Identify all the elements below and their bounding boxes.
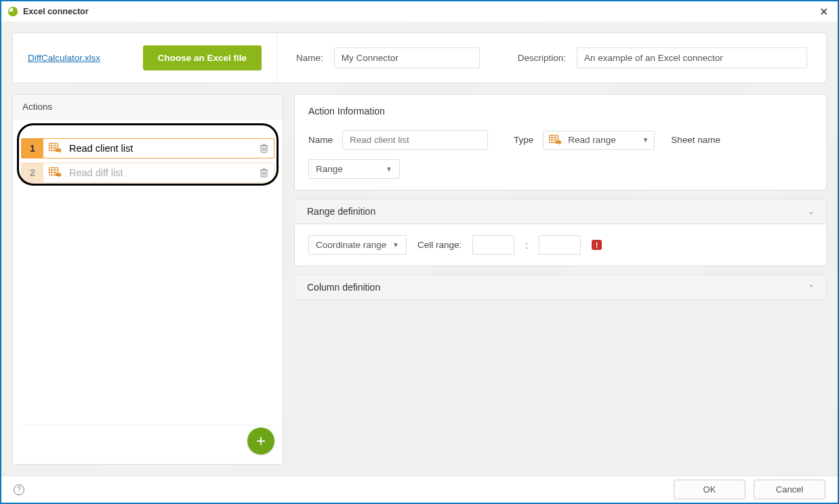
range-definition-title: Range definition (307, 206, 375, 217)
ok-button[interactable]: OK (674, 480, 745, 499)
action-label: Read diff list (69, 167, 123, 178)
action-type-value: Read range (568, 135, 616, 145)
action-info-card: Action Information Name Type Read range … (294, 94, 827, 190)
cell-range-end-input[interactable] (539, 235, 581, 255)
chevron-up-icon: ⌃ (809, 284, 814, 291)
read-range-icon (49, 167, 62, 178)
range-separator: : (525, 240, 528, 251)
cell-range-start-input[interactable] (472, 235, 514, 255)
coordinate-range-value: Coordinate range (316, 240, 386, 250)
actions-panel: Actions 1 Read client list 2 (12, 94, 283, 465)
sheet-name-label: Sheet name (671, 135, 720, 145)
chevron-down-icon: ▼ (392, 241, 399, 249)
action-name-label: Name (308, 135, 333, 145)
add-action-button[interactable]: + (247, 427, 274, 455)
dialog-footer: ? OK Cancel (1, 476, 838, 503)
description-label: Description: (518, 53, 566, 63)
connector-description-input[interactable] (577, 47, 807, 68)
column-definition-title: Column definition (307, 282, 380, 293)
range-definition-card: Range definition ⌄ Coordinate range ▼ Ce… (294, 198, 827, 266)
cell-range-label: Cell range: (417, 240, 462, 250)
file-link[interactable]: DiffCalculator.xlsx (28, 53, 100, 63)
name-label: Name: (296, 53, 323, 63)
top-panel: DiffCalculator.xlsx Choose an Excel file… (12, 33, 827, 83)
actions-header: Actions (13, 95, 283, 119)
choose-file-button[interactable]: Choose an Excel file (143, 45, 262, 70)
coordinate-range-select[interactable]: Coordinate range ▼ (308, 235, 407, 255)
delete-action-icon[interactable] (260, 168, 268, 177)
action-info-title: Action Information (308, 106, 813, 117)
app-icon (8, 7, 18, 16)
action-number: 2 (22, 163, 43, 182)
cancel-button[interactable]: Cancel (754, 480, 825, 499)
close-icon[interactable]: ✕ (817, 5, 831, 18)
action-type-label: Type (514, 135, 533, 145)
action-type-select[interactable]: Read range ▼ (543, 131, 655, 150)
delete-action-icon[interactable] (260, 144, 268, 153)
sheet-name-value: Range (316, 164, 343, 174)
connector-name-input[interactable] (334, 47, 480, 68)
read-range-icon (549, 135, 562, 146)
read-range-icon (49, 143, 62, 154)
chevron-down-icon: ⌄ (809, 208, 814, 215)
action-number: 1 (22, 139, 43, 158)
range-definition-header[interactable]: Range definition ⌄ (294, 198, 827, 224)
chevron-down-icon: ▼ (642, 136, 649, 144)
action-row-2[interactable]: 2 Read diff list (21, 163, 274, 183)
action-row-1[interactable]: 1 Read client list (21, 138, 274, 159)
window-title: Excel connector (23, 7, 89, 16)
sheet-name-select[interactable]: Range ▼ (308, 159, 400, 179)
action-label: Read client list (69, 143, 133, 154)
help-icon[interactable]: ? (14, 484, 24, 495)
titlebar: Excel connector ✕ (1, 1, 838, 22)
error-icon: ! (592, 240, 602, 250)
action-name-input[interactable] (342, 130, 488, 150)
chevron-down-icon: ▼ (386, 165, 392, 173)
column-definition-header[interactable]: Column definition ⌃ (294, 274, 827, 300)
